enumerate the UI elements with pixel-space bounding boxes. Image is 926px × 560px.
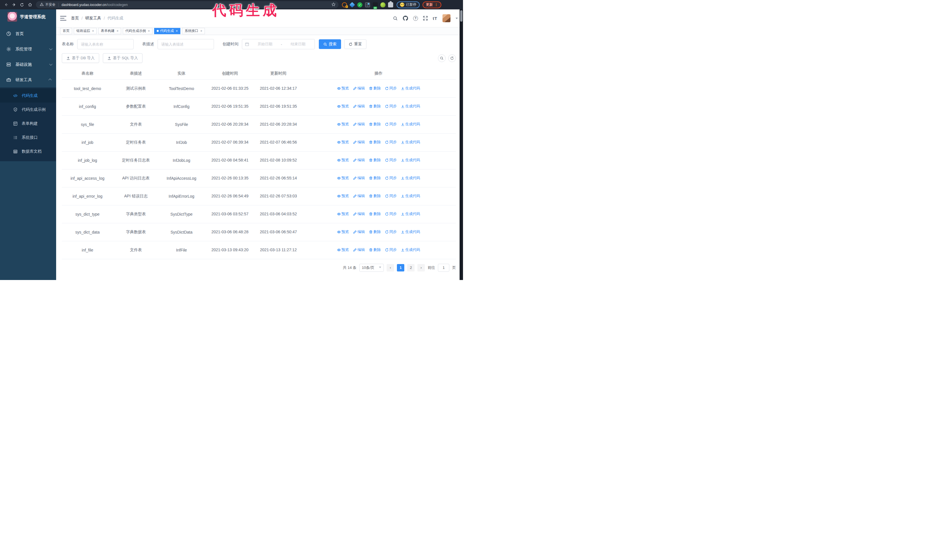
avatar[interactable] (442, 14, 451, 22)
extension-icon-gem[interactable] (349, 2, 355, 8)
sidebar-item-db-doc[interactable]: 数据库文档 (0, 145, 56, 158)
extension-icon-onbadge[interactable]: on (373, 2, 378, 8)
tab-close-icon[interactable]: × (176, 29, 178, 33)
action-edit-link[interactable]: 编辑 (353, 193, 365, 199)
avatar-caret-icon[interactable] (455, 18, 458, 20)
action-generate-link[interactable]: 生成代码 (401, 104, 420, 109)
tab-close-icon[interactable]: × (92, 29, 94, 33)
action-generate-link[interactable]: 生成代码 (401, 193, 420, 199)
action-preview-link[interactable]: 预览 (337, 104, 349, 109)
action-delete-link[interactable]: 删除 (369, 86, 381, 91)
action-delete-link[interactable]: 删除 (369, 247, 381, 252)
forward-icon[interactable] (10, 1, 18, 9)
breadcrumb-home[interactable]: 首页 (71, 16, 79, 21)
action-sync-link[interactable]: 同步 (385, 157, 397, 163)
action-generate-link[interactable]: 生成代码 (401, 122, 420, 127)
table-desc-input[interactable] (157, 39, 214, 49)
action-sync-link[interactable]: 同步 (385, 104, 397, 109)
kebab-menu-icon[interactable]: ⋮ (434, 3, 438, 6)
tab-系统接口[interactable]: 系统接口× (182, 28, 205, 34)
action-edit-link[interactable]: 编辑 (353, 140, 365, 145)
extension-icon-grid[interactable] (365, 2, 370, 8)
page-button-2[interactable]: 2 (407, 264, 415, 272)
sidebar-item-system[interactable]: 系统管理 (0, 41, 56, 57)
help-icon[interactable]: ? (413, 16, 418, 21)
scrollbar-thumb[interactable] (460, 10, 462, 22)
action-preview-link[interactable]: 预览 (337, 211, 349, 216)
page-scrollbar[interactable] (460, 9, 463, 280)
tab-close-icon[interactable]: × (117, 29, 118, 33)
action-generate-link[interactable]: 生成代码 (401, 140, 420, 145)
action-preview-link[interactable]: 预览 (337, 247, 349, 252)
bookmark-star-icon[interactable] (331, 2, 336, 8)
sidebar-item-infra[interactable]: 基础设施 (0, 57, 56, 72)
tab-代码生成[interactable]: 代码生成× (154, 28, 180, 34)
sidebar-logo[interactable]: 芋道管理系统 (0, 9, 56, 24)
action-generate-link[interactable]: 生成代码 (401, 157, 420, 163)
action-delete-link[interactable]: 删除 (369, 229, 381, 234)
import-sql-button[interactable]: 基于 SQL 导入 (103, 53, 142, 63)
action-sync-link[interactable]: 同步 (385, 86, 397, 91)
tab-首页[interactable]: 首页 (60, 28, 72, 34)
sidebar-collapse-icon[interactable] (60, 16, 67, 21)
action-preview-link[interactable]: 预览 (337, 193, 349, 199)
url-host[interactable]: dashboard.yudao.iocoder.cn (62, 3, 106, 7)
url-path[interactable]: /tool/codegen (106, 3, 128, 7)
end-date-placeholder[interactable]: 结束日期 (284, 42, 312, 47)
date-range-picker[interactable]: 开始日期 - 结束日期 (242, 39, 315, 49)
action-preview-link[interactable]: 预览 (337, 229, 349, 234)
tab-链路追踪[interactable]: 链路追踪× (74, 28, 97, 34)
browser-update-button[interactable]: 更新 ⋮ (422, 2, 441, 8)
home-icon[interactable] (26, 1, 33, 9)
table-name-input[interactable] (77, 39, 134, 49)
import-db-button[interactable]: 基于 DB 导入 (62, 53, 99, 63)
reload-icon[interactable] (18, 1, 26, 9)
sidebar-item-devtools[interactable]: 研发工具 (0, 72, 56, 88)
tab-close-icon[interactable]: × (148, 29, 150, 33)
breadcrumb-devtools[interactable]: 研发工具 (85, 16, 101, 21)
page-size-select[interactable]: 10条/页 (359, 264, 384, 272)
action-preview-link[interactable]: 预览 (337, 157, 349, 163)
extension-icon-monkey[interactable] (380, 2, 386, 8)
fullscreen-icon[interactable] (423, 16, 428, 21)
action-edit-link[interactable]: 编辑 (353, 211, 365, 216)
search-button[interactable]: 搜索 (319, 39, 341, 49)
sidebar-item-codegen[interactable]: 代码生成 (0, 89, 56, 103)
url-bar[interactable]: 不安全 dashboard.yudao.iocoder.cn /tool/cod… (36, 1, 339, 8)
action-delete-link[interactable]: 删除 (369, 122, 381, 127)
tab-close-icon[interactable]: × (200, 29, 202, 33)
sidebar-item-system-api[interactable]: 系统接口 (0, 130, 56, 145)
extensions-puzzle-icon[interactable] (388, 2, 393, 8)
action-delete-link[interactable]: 删除 (369, 211, 381, 216)
action-sync-link[interactable]: 同步 (385, 140, 397, 145)
extension-icon-orange[interactable]: 1 (342, 2, 347, 8)
action-sync-link[interactable]: 同步 (385, 229, 397, 234)
action-delete-link[interactable]: 删除 (369, 140, 381, 145)
prev-page-button[interactable]: ‹ (387, 264, 394, 272)
toggle-search-icon-button[interactable] (438, 54, 446, 62)
action-generate-link[interactable]: 生成代码 (401, 229, 420, 234)
start-date-placeholder[interactable]: 开始日期 (251, 42, 278, 47)
browser-profile-chip[interactable]: 已暂停 (396, 2, 420, 8)
action-sync-link[interactable]: 同步 (385, 247, 397, 252)
extension-icon-check[interactable]: ✓ (357, 2, 362, 8)
action-sync-link[interactable]: 同步 (385, 175, 397, 181)
action-sync-link[interactable]: 同步 (385, 122, 397, 127)
font-size-icon[interactable]: tT (433, 16, 437, 21)
search-icon[interactable] (393, 16, 398, 21)
sidebar-item-form-builder[interactable]: 表单构建 (0, 116, 56, 130)
action-preview-link[interactable]: 预览 (337, 122, 349, 127)
action-sync-link[interactable]: 同步 (385, 211, 397, 216)
action-generate-link[interactable]: 生成代码 (401, 86, 420, 91)
action-delete-link[interactable]: 删除 (369, 175, 381, 181)
action-edit-link[interactable]: 编辑 (353, 104, 365, 109)
refresh-table-icon-button[interactable] (448, 54, 456, 62)
github-icon[interactable] (403, 16, 408, 21)
action-preview-link[interactable]: 预览 (337, 175, 349, 181)
sidebar-item-codegen-example[interactable]: 代码生成示例 (0, 103, 56, 116)
action-edit-link[interactable]: 编辑 (353, 247, 365, 252)
action-delete-link[interactable]: 删除 (369, 104, 381, 109)
action-generate-link[interactable]: 生成代码 (401, 211, 420, 216)
reset-button[interactable]: 重置 (344, 39, 366, 49)
back-icon[interactable] (2, 1, 10, 9)
